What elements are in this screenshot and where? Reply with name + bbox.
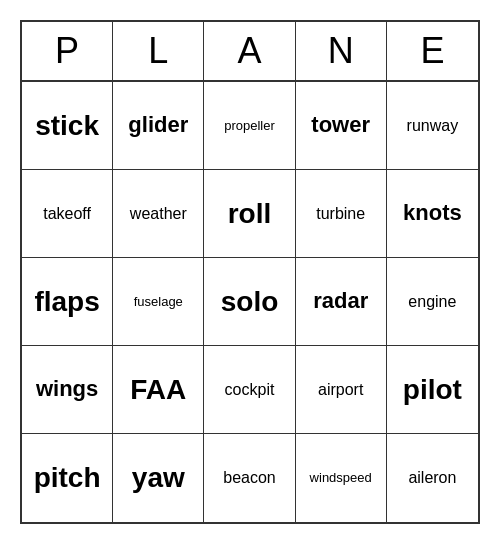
cell-r1-c4: knots — [387, 170, 478, 258]
cell-r2-c4: engine — [387, 258, 478, 346]
cell-r0-c0: stick — [22, 82, 113, 170]
header-letter-N: N — [296, 22, 387, 80]
cell-text-r3-c3: airport — [318, 380, 363, 399]
cell-text-r1-c2: roll — [228, 197, 272, 231]
cell-text-r0-c1: glider — [128, 112, 188, 138]
cell-text-r1-c0: takeoff — [43, 204, 91, 223]
cell-r2-c2: solo — [204, 258, 295, 346]
cell-r1-c0: takeoff — [22, 170, 113, 258]
cell-r3-c0: wings — [22, 346, 113, 434]
cell-r3-c1: FAA — [113, 346, 204, 434]
header-letter-P: P — [22, 22, 113, 80]
cell-text-r4-c2: beacon — [223, 468, 276, 487]
cell-r2-c1: fuselage — [113, 258, 204, 346]
cell-text-r3-c1: FAA — [130, 373, 186, 407]
cell-text-r2-c0: flaps — [34, 285, 99, 319]
header-letter-A: A — [204, 22, 295, 80]
cell-text-r1-c3: turbine — [316, 204, 365, 223]
cell-r3-c4: pilot — [387, 346, 478, 434]
bingo-card: PLANE stickgliderpropellertowerrunwaytak… — [20, 20, 480, 524]
cell-text-r4-c4: aileron — [408, 468, 456, 487]
cell-text-r0-c0: stick — [35, 109, 99, 143]
cell-text-r1-c1: weather — [130, 204, 187, 223]
cell-r4-c0: pitch — [22, 434, 113, 522]
cell-r3-c2: cockpit — [204, 346, 295, 434]
cell-text-r2-c3: radar — [313, 288, 368, 314]
cell-r1-c1: weather — [113, 170, 204, 258]
header-letter-L: L — [113, 22, 204, 80]
cell-r1-c2: roll — [204, 170, 295, 258]
cell-text-r3-c2: cockpit — [225, 380, 275, 399]
cell-text-r0-c3: tower — [311, 112, 370, 138]
header-letter-E: E — [387, 22, 478, 80]
cell-text-r0-c4: runway — [407, 116, 459, 135]
cell-text-r2-c4: engine — [408, 292, 456, 311]
cell-text-r4-c3: windspeed — [310, 470, 372, 486]
cell-r1-c3: turbine — [296, 170, 387, 258]
cell-text-r2-c1: fuselage — [134, 294, 183, 310]
cell-text-r3-c0: wings — [36, 376, 98, 402]
cell-text-r4-c0: pitch — [34, 461, 101, 495]
bingo-grid: stickgliderpropellertowerrunwaytakeoffwe… — [22, 82, 478, 522]
cell-r2-c0: flaps — [22, 258, 113, 346]
cell-text-r3-c4: pilot — [403, 373, 462, 407]
cell-text-r4-c1: yaw — [132, 461, 185, 495]
cell-text-r2-c2: solo — [221, 285, 279, 319]
cell-text-r1-c4: knots — [403, 200, 462, 226]
cell-r4-c2: beacon — [204, 434, 295, 522]
cell-r0-c2: propeller — [204, 82, 295, 170]
cell-r0-c3: tower — [296, 82, 387, 170]
bingo-header: PLANE — [22, 22, 478, 82]
cell-r0-c4: runway — [387, 82, 478, 170]
cell-r3-c3: airport — [296, 346, 387, 434]
cell-r4-c1: yaw — [113, 434, 204, 522]
cell-text-r0-c2: propeller — [224, 118, 275, 134]
cell-r2-c3: radar — [296, 258, 387, 346]
cell-r4-c4: aileron — [387, 434, 478, 522]
cell-r4-c3: windspeed — [296, 434, 387, 522]
cell-r0-c1: glider — [113, 82, 204, 170]
